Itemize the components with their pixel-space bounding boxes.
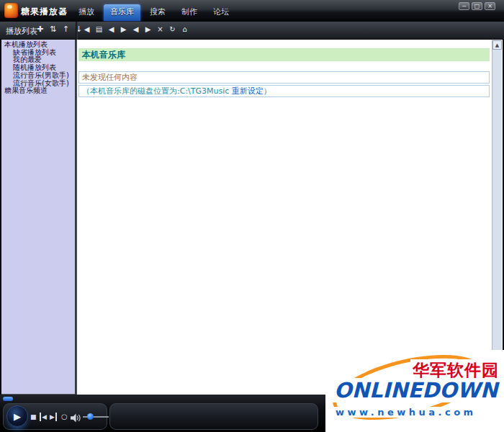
library-content: 本机音乐库 未发现任何内容 （本机音乐库的磁盘位置为:C:\TG3Music 重… [77, 40, 503, 395]
toolbar-divider [76, 22, 78, 40]
toolbar: 播放列表 ✚ ⇅ ↑ ↓ ◀ ▤ ◀ ▶ ◀ ▶ × ↻ ⌂ [0, 22, 504, 40]
prev-page-icon[interactable]: ◀ [107, 25, 115, 33]
list-view-icon[interactable]: ▤ [95, 25, 103, 33]
refresh-icon[interactable]: ↻ [168, 25, 176, 33]
next-page-icon[interactable]: ▶ [120, 25, 127, 33]
volume-slider-handle[interactable] [87, 413, 94, 420]
skin-brush-icon[interactable] [59, 8, 66, 15]
watermark-url: www.newhua.com [334, 407, 478, 418]
home-icon[interactable]: ⌂ [181, 25, 189, 33]
tab-search[interactable]: 搜索 [143, 4, 172, 21]
sort-icon[interactable]: ⇅ [49, 24, 57, 34]
playlist-sidebar: 本机播放列表 缺省播放列表 我的最爱 随机播放列表 流行音乐(男歌手) 流行音乐… [1, 40, 75, 395]
player-controls-panel: ▶ ■ ◀ ▶ ○ [3, 403, 107, 430]
title-bar: 糖果播放器 播放 音乐库 搜索 制作 论坛 − □ × [0, 0, 504, 22]
location-suffix: ） [264, 86, 271, 96]
prev-item-icon[interactable]: ◀ [132, 25, 140, 33]
empty-message: 未发现任何内容 [78, 71, 490, 84]
location-text: （本机音乐库的磁盘位置为:C:\TG3Music [82, 86, 232, 96]
move-up-icon[interactable]: ↑ [62, 24, 70, 34]
vertical-scrollbar[interactable]: ▲ ▼ [492, 40, 502, 395]
app-logo-icon [4, 3, 18, 18]
scroll-up-icon[interactable]: ▲ [492, 40, 502, 50]
onlinedown-watermark: 华军软件园 ONLINEDOWN www.newhua.com [325, 350, 504, 432]
minimize-button[interactable]: − [459, 2, 469, 10]
stop-button[interactable]: ■ [30, 413, 37, 421]
window-controls: − □ × [459, 2, 495, 10]
tab-forum[interactable]: 论坛 [207, 4, 235, 21]
add-playlist-icon[interactable]: ✚ [36, 24, 44, 34]
main-tabs: 播放 音乐库 搜索 制作 论坛 [72, 4, 235, 21]
collapse-handle[interactable] [3, 397, 13, 401]
navigation-tools: ◀ ▤ ◀ ▶ ◀ ▶ × ↻ ⌂ [83, 25, 189, 33]
playlist-label: 播放列表 [6, 26, 37, 37]
tab-create[interactable]: 制作 [175, 4, 204, 21]
library-location-row: （本机音乐库的磁盘位置为:C:\TG3Music 重新设定） [78, 85, 490, 97]
sidebar-item-candy-channel[interactable]: 糖果音乐频道 [1, 87, 75, 95]
app-window: 糖果播放器 播放 音乐库 搜索 制作 论坛 − □ × 播放列表 ✚ ⇅ ↑ ↓… [0, 0, 504, 432]
close-button[interactable]: × [485, 2, 495, 10]
volume-icon[interactable] [71, 412, 81, 426]
tab-music-library[interactable]: 音乐库 [104, 4, 140, 21]
open-file-button[interactable]: ○ [61, 413, 68, 421]
tab-play[interactable]: 播放 [72, 4, 101, 21]
library-header: 本机音乐库 [78, 48, 490, 61]
play-button[interactable]: ▶ [6, 405, 28, 427]
seek-panel [109, 403, 318, 430]
reset-location-link[interactable]: 重新设定 [232, 86, 264, 96]
previous-track-button[interactable]: ◀ [40, 413, 47, 421]
next-track-button[interactable]: ▶ [50, 413, 57, 421]
sidebar-item-pop-male[interactable]: 流行音乐(男歌手) [1, 72, 75, 80]
watermark-brand: ONLINEDOWN [333, 378, 499, 402]
next-item-icon[interactable]: ▶ [144, 25, 152, 33]
back-icon[interactable]: ◀ [83, 25, 91, 33]
restore-button[interactable]: □ [472, 2, 482, 10]
stop-load-icon[interactable]: × [156, 25, 164, 33]
